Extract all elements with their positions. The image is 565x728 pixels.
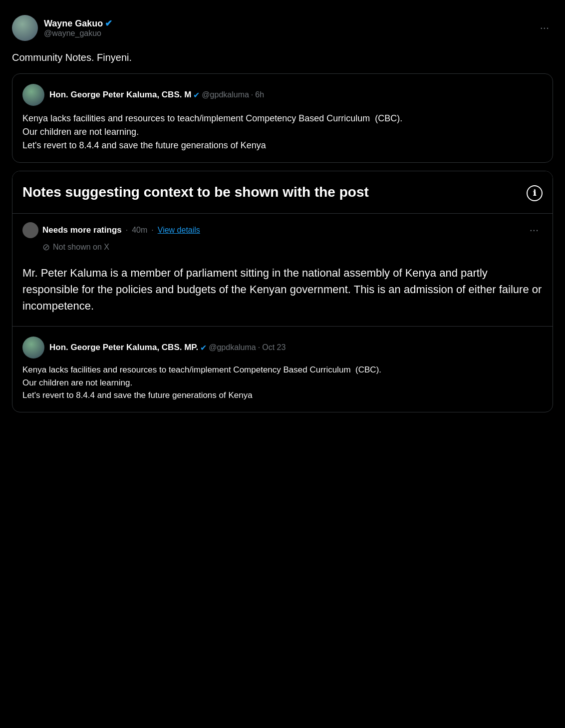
note-item: Needs more ratings · 40m · View details … bbox=[12, 214, 553, 327]
quoted-user-info: Hon. George Peter Kaluma, CBS. M ✔ @gpdk… bbox=[49, 90, 264, 100]
quoted-tweet-text: Kenya lacks facilities and resources to … bbox=[22, 112, 543, 152]
not-shown-row: ⊘ Not shown on X bbox=[22, 242, 543, 253]
view-details-link[interactable]: View details bbox=[158, 226, 200, 235]
not-shown-icon: ⊘ bbox=[42, 242, 50, 253]
community-notes-title: Notes suggesting context to be shown wit… bbox=[22, 183, 543, 201]
main-display-name: Wayne Gakuo ✔ bbox=[44, 18, 112, 29]
main-username: @wayne_gakuo bbox=[44, 29, 112, 38]
bottom-quoted-post: Hon. George Peter Kaluma, CBS. MP. ✔ @gp… bbox=[12, 327, 553, 412]
note-avatar bbox=[22, 222, 38, 238]
quoted-display-name: Hon. George Peter Kaluma, CBS. M bbox=[49, 90, 191, 100]
main-user-info: Wayne Gakuo ✔ @wayne_gakuo bbox=[44, 18, 112, 38]
community-notes-card: Notes suggesting context to be shown wit… bbox=[12, 171, 553, 412]
info-icon[interactable]: ℹ bbox=[527, 185, 543, 201]
note-status-row: Needs more ratings · 40m · View details … bbox=[22, 222, 543, 239]
post-caption: Community Notes. Finyeni. bbox=[12, 50, 553, 65]
quoted-avatar[interactable] bbox=[22, 84, 44, 106]
quoted-post-content: Hon. George Peter Kaluma, CBS. M ✔ @gpdk… bbox=[12, 74, 553, 162]
quoted-verified-icon: ✔ bbox=[193, 90, 200, 100]
note-more-options-button[interactable]: ··· bbox=[526, 222, 543, 239]
bottom-quoted-tweet-text: Kenya lacks facilities and resources to … bbox=[22, 364, 543, 402]
bottom-quoted-user-info: Hon. George Peter Kaluma, CBS. MP. ✔ @gp… bbox=[49, 343, 285, 353]
main-avatar[interactable] bbox=[12, 15, 38, 41]
note-time-separator: · bbox=[126, 226, 128, 235]
quoted-tweet-card: Hon. George Peter Kaluma, CBS. M ✔ @gpdk… bbox=[12, 73, 553, 163]
quoted-time-dot: · bbox=[251, 90, 253, 99]
note-status-left: Needs more ratings · 40m · View details bbox=[22, 222, 200, 238]
community-notes-title-text: Notes suggesting context to be shown wit… bbox=[22, 183, 369, 201]
verified-icon: ✔ bbox=[105, 18, 112, 29]
main-post-header: Wayne Gakuo ✔ @wayne_gakuo ··· bbox=[12, 10, 553, 46]
bottom-quoted-header: Hon. George Peter Kaluma, CBS. MP. ✔ @gp… bbox=[22, 337, 543, 359]
bottom-quoted-verified-icon: ✔ bbox=[200, 343, 207, 353]
bottom-quoted-display-name: Hon. George Peter Kaluma, CBS. MP. bbox=[49, 343, 198, 353]
note-content: Mr. Peter Kaluma is a member of parliame… bbox=[22, 261, 543, 318]
not-shown-text: Not shown on X bbox=[53, 243, 109, 252]
quoted-username: @gpdkaluma bbox=[202, 90, 249, 99]
bottom-quoted-time: Oct 23 bbox=[262, 343, 285, 352]
community-notes-header: Notes suggesting context to be shown wit… bbox=[12, 171, 553, 214]
quoted-post-header: Hon. George Peter Kaluma, CBS. M ✔ @gpdk… bbox=[22, 84, 543, 106]
more-options-button[interactable]: ··· bbox=[536, 19, 553, 36]
quoted-time: 6h bbox=[255, 90, 264, 99]
bottom-quoted-username: @gpdkaluma bbox=[209, 343, 256, 352]
note-time: 40m bbox=[132, 226, 147, 235]
note-separator2: · bbox=[151, 226, 153, 235]
bottom-quoted-separator: · bbox=[258, 343, 260, 352]
main-display-name-text: Wayne Gakuo bbox=[44, 18, 103, 29]
note-status-text: Needs more ratings bbox=[42, 225, 122, 235]
bottom-quoted-avatar[interactable] bbox=[22, 337, 44, 359]
